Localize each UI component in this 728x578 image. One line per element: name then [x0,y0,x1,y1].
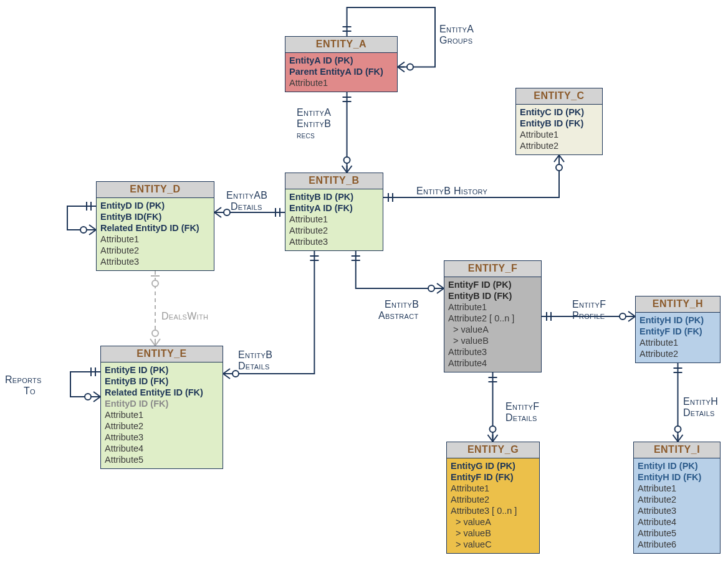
svg-line-40 [437,288,444,293]
entity-row: EntityI ID (PK) [638,460,716,471]
svg-point-32 [232,371,239,377]
entity-title: ENTITY_I [634,442,720,458]
entity-row: Attribute1 [451,483,535,494]
label-f-details-1: EntityF [505,401,539,412]
entity-row: Attribute4 [638,516,716,528]
entity-row: Attribute5 [105,454,219,465]
entity-title: ENTITY_A [285,37,397,53]
entity-row: > valueB [448,335,537,346]
entity-row: > valueA [448,324,537,335]
entity-entity-d: ENTITY_DEntityD ID (PK)EntityB ID(FK)Rel… [96,181,214,271]
svg-point-42 [152,280,158,287]
entity-entity-f: ENTITY_FEntityF ID (PK)EntityB ID (FK)At… [444,260,542,372]
svg-point-26 [556,164,562,171]
entity-body: EntityH ID (PK)EntityF ID (FK)Attribute1… [636,313,720,362]
entity-entity-a: ENTITY_AEntityA ID (PK)Parent EntityA ID… [285,36,398,92]
svg-line-45 [155,339,160,346]
svg-point-2 [407,64,413,70]
entity-body: EntityG ID (PK)EntityF ID (FK)Attribute1… [447,458,539,553]
svg-line-52 [93,397,100,402]
entity-row: EntityB ID (PK) [289,191,379,202]
entity-title: ENTITY_F [444,261,541,277]
entity-title: ENTITY_E [101,346,223,362]
entity-row: EntityD ID (PK) [100,200,210,211]
entity-row: EntityA ID (PK) [289,55,393,66]
svg-point-38 [428,285,434,291]
entity-row: Attribute2 [ 0..n ] [448,313,537,324]
svg-line-39 [437,283,444,288]
svg-point-62 [490,426,496,432]
entity-row: Attribute1 [448,301,537,313]
entity-row: Attribute1 [639,337,716,348]
label-reports-2: To [24,386,36,397]
entity-row: Attribute5 [638,528,716,539]
entity-body: EntityD ID (PK)EntityB ID(FK)Related Ent… [97,198,214,270]
entity-row: Attribute6 [638,539,716,550]
entity-body: EntityA ID (PK)Parent EntityA ID (FK)Att… [285,53,397,92]
entity-row: Attribute2 [100,245,210,256]
label-ab-recs-2: EntityB [297,118,331,130]
entity-row: EntityG ID (PK) [451,460,535,471]
svg-point-68 [675,426,681,432]
entity-title: ENTITY_G [447,442,539,458]
entity-row: EntityE ID (PK) [105,364,219,376]
entity-row: EntityC ID (PK) [520,107,598,118]
entity-body: EntityE ID (PK)EntityB ID (FK)Related En… [101,362,223,468]
entity-row: Attribute3 [289,236,379,247]
entity-row: EntityB ID (FK) [105,376,219,387]
entity-row: EntityD ID (FK) [105,398,219,409]
entity-row: > valueC [451,539,535,550]
label-dealswith: DealsWith [161,311,208,322]
entity-row: EntityF ID (FK) [451,471,535,483]
entity-row: Related EntityD ID (FK) [100,222,210,234]
entity-entity-b: ENTITY_BEntityB ID (PK)EntityA ID (FK)At… [285,173,383,251]
entity-title: ENTITY_H [636,296,720,313]
entity-row: Attribute1 [100,234,210,245]
label-h-details-2: Details [683,407,715,419]
svg-line-28 [559,155,564,162]
svg-line-58 [628,316,635,321]
entity-row: Attribute2 [105,420,219,432]
entity-row: EntityB ID (FK) [520,118,598,129]
label-ab-recs-1: EntityA [297,107,331,118]
entity-row: Attribute1 [289,77,393,88]
entity-row: Attribute1 [520,129,598,140]
svg-point-50 [85,394,91,400]
entity-row: Attribute2 [520,140,598,151]
entity-body: EntityC ID (PK)EntityB ID (FK)Attribute1… [516,105,602,154]
entity-row: EntityA ID (FK) [289,202,379,214]
entity-row: EntityF ID (FK) [639,326,716,337]
svg-line-69 [678,435,683,442]
svg-point-20 [80,227,87,233]
entity-body: EntityB ID (PK)EntityA ID (FK)Attribute1… [285,189,383,250]
svg-line-15 [214,212,221,217]
entity-row: Related EntityE ID (FK) [105,387,219,398]
entity-row: Attribute3 [638,505,716,516]
label-f-details-2: Details [505,412,537,424]
entity-row: Parent EntityA ID (FK) [289,66,393,77]
entity-row: EntityH ID (FK) [638,471,716,483]
svg-point-44 [152,330,158,336]
entity-row: Attribute3 [448,346,537,358]
svg-line-3 [398,67,405,72]
entity-entity-e: ENTITY_EEntityE ID (PK)EntityB ID (FK)Re… [100,346,223,469]
label-b-details-1: EntityB [238,349,272,361]
entity-entity-g: ENTITY_GEntityG ID (PK)EntityF ID (FK)At… [446,442,540,554]
svg-line-34 [223,369,230,374]
entity-row: Attribute3 [100,256,210,267]
entity-row: EntityB ID (FK) [448,290,537,301]
svg-point-8 [344,157,350,163]
label-ab-details-1: EntityAB [226,190,267,201]
entity-row: Attribute2 [638,494,716,505]
entity-row: Attribute1 [105,409,219,420]
entity-row: Attribute3 [105,432,219,443]
label-ab-recs-3: recs [297,130,315,141]
entity-row: EntityF ID (PK) [448,279,537,290]
label-h-details-1: EntityH [683,396,718,407]
entity-row: Attribute2 [451,494,535,505]
entity-row: > valueA [451,516,535,528]
svg-line-27 [554,155,559,162]
entity-title: ENTITY_B [285,173,383,189]
label-reports-1: Reports [5,374,42,386]
label-b-abstract-1: EntityB [385,299,419,310]
